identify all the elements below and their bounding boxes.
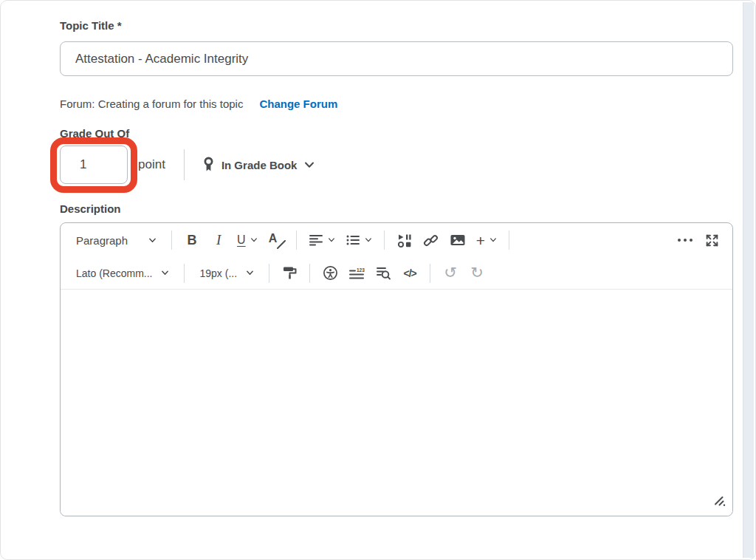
font-color-button[interactable]: A: [265, 228, 287, 252]
chevron-down-icon: [489, 236, 497, 244]
toolbar-divider: [184, 264, 185, 283]
insert-stuff-icon: [396, 233, 412, 248]
resize-handle[interactable]: [713, 495, 726, 511]
grade-input-wrap: [60, 146, 128, 184]
toolbar-divider: [296, 231, 297, 250]
plus-icon: +: [476, 233, 485, 248]
align-icon: [309, 233, 323, 247]
insert-image-button[interactable]: [447, 228, 469, 252]
chevron-down-icon: [328, 236, 335, 244]
grade-row: point In Grade Book: [60, 146, 733, 184]
form-content: Topic Title* Forum: Creating a forum for…: [60, 19, 733, 516]
redo-icon: ↻: [470, 265, 484, 281]
italic-icon: I: [216, 232, 221, 248]
font-size-dropdown[interactable]: 19px (...: [193, 262, 260, 285]
forum-line: Forum: Creating a forum for this topic C…: [60, 98, 733, 110]
italic-button[interactable]: I: [207, 228, 230, 252]
fullscreen-button[interactable]: [701, 228, 723, 252]
list-dropdown-button[interactable]: [343, 228, 375, 252]
toolbar-divider: [384, 231, 385, 250]
format-painter-icon: [282, 265, 298, 281]
redo-button[interactable]: ↻: [466, 262, 488, 285]
discussion-topic-edit-page: Topic Title* Forum: Creating a forum for…: [0, 0, 756, 560]
source-code-icon: </>: [403, 267, 416, 279]
editor-toolbar-row1: Paragraph B I U A: [61, 223, 732, 257]
bold-icon: B: [188, 233, 197, 248]
paragraph-format-value: Paragraph: [76, 234, 128, 247]
required-marker: *: [117, 19, 122, 32]
word-count-button[interactable]: 123: [346, 262, 368, 285]
topic-title-label: Topic Title*: [60, 19, 733, 32]
chevron-down-icon: [246, 269, 254, 277]
forum-context-text: Forum: Creating a forum for this topic: [60, 98, 243, 110]
alignment-dropdown-button[interactable]: [306, 228, 338, 252]
description-editor-body[interactable]: [61, 290, 732, 516]
paragraph-format-dropdown[interactable]: Paragraph: [70, 228, 162, 252]
chevron-down-icon: [161, 269, 169, 277]
topic-title-label-text: Topic Title: [60, 19, 114, 32]
font-family-dropdown[interactable]: Lato (Recomm...: [70, 262, 175, 285]
insert-stuff-button[interactable]: [394, 228, 416, 252]
fullscreen-icon: [704, 233, 720, 248]
grade-input[interactable]: [60, 146, 128, 184]
insert-more-dropdown-button[interactable]: +: [473, 228, 500, 252]
vertical-divider: [184, 149, 185, 180]
description-label: Description: [60, 202, 733, 215]
image-icon: [450, 233, 466, 247]
toolbar-divider: [309, 264, 310, 283]
toolbar-divider: [509, 231, 509, 250]
bold-button[interactable]: B: [181, 228, 203, 252]
word-count-icon: 123: [348, 266, 365, 281]
source-code-button[interactable]: </>: [399, 262, 421, 285]
preview-icon: [375, 265, 391, 281]
award-ribbon-icon: [203, 157, 214, 173]
underline-dropdown-button[interactable]: U: [234, 228, 261, 252]
font-color-icon: A: [269, 232, 284, 248]
editor-toolbar-row2: Lato (Recomm... 19px (...: [61, 257, 732, 289]
format-painter-button[interactable]: [278, 262, 300, 285]
svg-text:123: 123: [357, 267, 365, 272]
toolbar-divider: [269, 264, 269, 283]
resize-grip-icon: [713, 495, 726, 508]
font-family-value: Lato (Recomm...: [76, 267, 152, 279]
accessibility-check-button[interactable]: [319, 262, 341, 285]
undo-icon: ↺: [444, 265, 457, 281]
accessibility-check-icon: [323, 265, 338, 281]
chevron-down-icon: [250, 236, 258, 244]
toolbar-divider: [430, 264, 430, 283]
chevron-down-icon: [148, 236, 157, 245]
more-actions-button[interactable]: [674, 228, 696, 252]
font-size-value: 19px (...: [199, 267, 237, 279]
toolbar-divider: [171, 231, 172, 250]
in-grade-book-label: In Grade Book: [221, 159, 298, 171]
more-actions-icon: [677, 238, 693, 242]
scrollbar-track[interactable]: [743, 2, 754, 558]
link-icon: [423, 233, 439, 248]
chevron-down-icon: [365, 236, 372, 244]
grade-unit-label: point: [138, 157, 165, 172]
chevron-down-icon: [304, 160, 315, 169]
change-forum-link[interactable]: Change Forum: [259, 98, 337, 110]
undo-button[interactable]: ↺: [439, 262, 461, 285]
preview-button[interactable]: [372, 262, 394, 285]
underline-icon: U: [237, 233, 246, 247]
bullet-list-icon: [346, 233, 360, 247]
in-grade-book-button[interactable]: In Grade Book: [203, 157, 315, 173]
grade-out-of-label: Grade Out Of: [60, 127, 733, 140]
topic-title-input[interactable]: [60, 41, 733, 76]
html-editor: Paragraph B I U A: [60, 222, 733, 516]
insert-link-button[interactable]: [420, 228, 442, 252]
